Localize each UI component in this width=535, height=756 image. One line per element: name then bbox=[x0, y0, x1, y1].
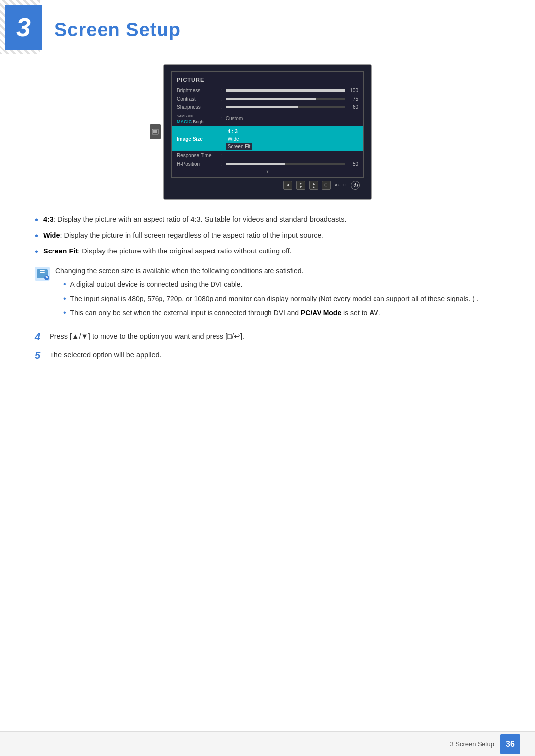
osd-item-brightness: Brightness : 100 bbox=[172, 86, 363, 95]
monitor-inner: PICTURE Brightness : 100 Contr bbox=[164, 65, 371, 199]
osd-label-brightness: Brightness bbox=[177, 88, 221, 93]
osd-menu: PICTURE Brightness : 100 Contr bbox=[171, 71, 364, 178]
note-intro: Changing the screen size is available wh… bbox=[55, 267, 303, 275]
osd-option-wide: Wide bbox=[226, 135, 253, 143]
osd-label-sharpness: Sharpness bbox=[177, 104, 221, 110]
step-number-5: 5 bbox=[30, 348, 50, 363]
step-5: 5 The selected option will be applied. bbox=[30, 348, 505, 363]
bullet-item-4-3: 4:3: Display the picture with an aspect … bbox=[30, 214, 505, 225]
bullet-content-wide: Wide: Display the picture in full screen… bbox=[43, 230, 323, 241]
chapter-box: 3 bbox=[5, 5, 42, 50]
footer-text: 3 Screen Setup bbox=[450, 740, 494, 748]
ctrl-auto-label: AUTO bbox=[335, 183, 347, 187]
monitor-wrapper: PICTURE Brightness : 100 Contr bbox=[163, 64, 372, 200]
bullet-list: 4:3: Display the picture with an aspect … bbox=[30, 214, 505, 257]
sub-bullet-text-2: The input signal is 480p, 576p, 720p, or… bbox=[70, 294, 479, 304]
bullet-item-screen-fit: Screen Fit: Display the picture with the… bbox=[30, 246, 505, 257]
page-footer: 3 Screen Setup 36 bbox=[0, 731, 535, 756]
main-content: PICTURE Brightness : 100 Contr bbox=[0, 54, 535, 406]
ctrl-power: ⏻ bbox=[351, 181, 360, 190]
sub-bullet-text-1: A digital output device is connected usi… bbox=[70, 279, 243, 290]
sub-bullet-1: A digital output device is connected usi… bbox=[63, 279, 505, 290]
bullet-content-4-3: 4:3: Display the picture with an aspect … bbox=[43, 214, 347, 225]
sub-bullet-text-3: This can only be set when the external i… bbox=[70, 308, 380, 318]
osd-option-4-3: 4 : 3 bbox=[226, 128, 253, 135]
osd-controls: ◄ ▼ ▼ ▲ ▲ ⊡ AUTO ⏻ bbox=[171, 178, 364, 192]
term-screen-fit: Screen Fit bbox=[43, 247, 78, 255]
osd-dropdown-image-size: 4 : 3 Wide Screen Fit bbox=[226, 128, 253, 150]
page-title: Screen Setup bbox=[54, 19, 181, 41]
osd-label-response-time: Response Time bbox=[177, 153, 221, 158]
svg-rect-1 bbox=[153, 130, 155, 133]
osd-title: PICTURE bbox=[172, 75, 363, 86]
ctrl-enter: ⊡ bbox=[322, 181, 331, 190]
ctrl-up: ▲ ▲ bbox=[309, 181, 318, 190]
bullet-item-wide: Wide: Display the picture in full screen… bbox=[30, 230, 505, 241]
ctrl-down: ▼ ▼ bbox=[296, 181, 305, 190]
osd-item-response-time: Response Time : bbox=[172, 151, 363, 160]
monitor-container: PICTURE Brightness : 100 Contr bbox=[30, 64, 505, 200]
step-number-4: 4 bbox=[30, 329, 50, 344]
sub-bullet-3: This can only be set when the external i… bbox=[63, 308, 505, 318]
note-content: Changing the screen size is available wh… bbox=[55, 266, 505, 322]
osd-item-h-position: H-Position : 50 bbox=[172, 160, 363, 168]
osd-label-magic-bright: SAMSUNG MAGIC Bright bbox=[177, 113, 221, 125]
monitor-left-icon bbox=[150, 124, 160, 139]
bullet-content-screen-fit: Screen Fit: Display the picture with the… bbox=[43, 246, 292, 257]
pc-av-mode-link: PC/AV Mode bbox=[301, 309, 341, 317]
note-box: ✎ Changing the screen size is available … bbox=[35, 266, 505, 322]
osd-item-magic-bright: SAMSUNG MAGIC Bright : Custom bbox=[172, 111, 363, 126]
term-wide: Wide bbox=[43, 231, 60, 239]
osd-label-h-position: H-Position bbox=[177, 161, 221, 167]
osd-item-image-size: Image Size : 4 : 3 Wide Screen Fit bbox=[172, 126, 363, 151]
osd-label-image-size: Image Size bbox=[177, 136, 221, 142]
osd-option-screen-fit: Screen Fit bbox=[226, 143, 253, 150]
av-bold: AV bbox=[369, 309, 378, 317]
sub-bullet-2: The input signal is 480p, 576p, 720p, or… bbox=[63, 294, 505, 304]
osd-item-sharpness: Sharpness : 60 bbox=[172, 103, 363, 111]
osd-scroll-down: ▼ bbox=[172, 168, 363, 174]
step-text-4: Press [▲/▼] to move to the option you wa… bbox=[50, 329, 505, 342]
monitor-screen: PICTURE Brightness : 100 Contr bbox=[163, 64, 372, 200]
page-header: Screen Setup bbox=[0, 0, 535, 54]
step-text-5: The selected option will be applied. bbox=[50, 348, 505, 361]
svg-rect-2 bbox=[155, 130, 157, 133]
sub-bullet-list: A digital output device is connected usi… bbox=[63, 279, 505, 318]
osd-item-contrast: Contrast : 75 bbox=[172, 95, 363, 103]
osd-label-contrast: Contrast bbox=[177, 96, 221, 101]
ctrl-left: ◄ bbox=[283, 181, 292, 190]
term-4-3: 4:3 bbox=[43, 215, 54, 223]
step-4: 4 Press [▲/▼] to move to the option you … bbox=[30, 329, 505, 344]
note-icon: ✎ bbox=[35, 267, 50, 281]
page-number: 36 bbox=[500, 734, 520, 754]
chapter-number: 3 bbox=[16, 14, 31, 40]
